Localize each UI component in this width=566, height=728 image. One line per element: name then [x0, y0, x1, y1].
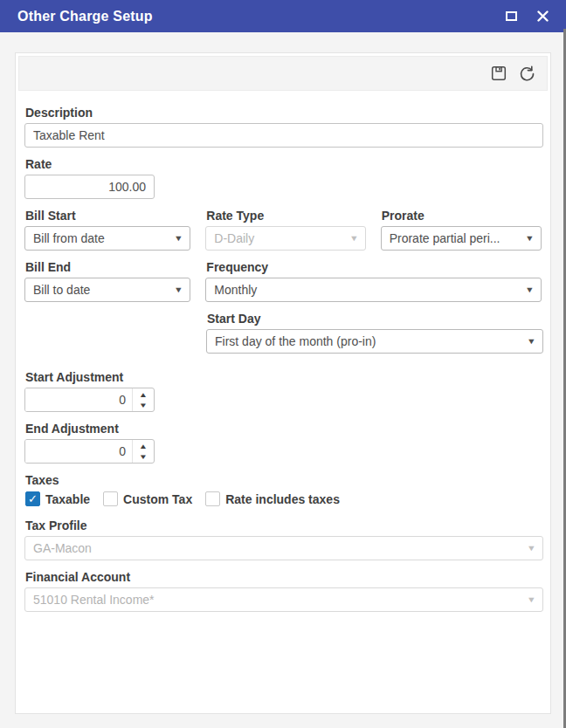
taxable-checkbox-label: Taxable — [45, 492, 90, 506]
taxable-checkbox[interactable]: Taxable — [25, 491, 90, 506]
rate-label: Rate — [25, 157, 542, 172]
financial-account-field: Financial Account 51010 Rental Income* ▼ — [24, 570, 542, 612]
frequency-label: Frequency — [206, 260, 542, 275]
toolbar — [18, 56, 548, 91]
dialog-title: Other Charge Setup — [17, 9, 503, 24]
spin-down-icon[interactable]: ▼ — [139, 402, 148, 409]
rate-type-label: Rate Type — [206, 209, 365, 223]
bill-start-dropdown[interactable]: Bill from date ▼ — [24, 226, 190, 251]
description-label: Description — [25, 106, 542, 120]
prorate-dropdown[interactable]: Prorate partial peri... ▼ — [381, 226, 542, 251]
description-field: Description — [24, 106, 542, 148]
frequency-field: Frequency Monthly ▼ — [205, 260, 542, 302]
financial-account-dropdown: 51010 Rental Income* ▼ — [24, 587, 543, 612]
taxes-label: Taxes — [25, 473, 542, 488]
spin-up-icon[interactable]: ▲ — [139, 443, 148, 450]
tax-profile-dropdown: GA-Macon ▼ — [24, 536, 543, 560]
checkbox-icon[interactable] — [205, 491, 220, 506]
start-day-value: First day of the month (pro-in) — [215, 334, 522, 348]
refresh-icon — [519, 65, 535, 82]
form-content: Description Rate Bill Start Bill from da… — [16, 93, 550, 612]
other-charge-setup-panel: Description Rate Bill Start Bill from da… — [15, 52, 551, 714]
start-day-label: Start Day — [207, 312, 543, 326]
rate-type-value: D-Daily — [214, 231, 344, 245]
spin-up-icon[interactable]: ▲ — [139, 391, 148, 399]
prorate-field: Prorate Prorate partial peri... ▼ — [381, 209, 542, 251]
end-adjustment-spin-buttons: ▲ ▼ — [132, 440, 154, 463]
dialog-titlebar: Other Charge Setup — [0, 0, 566, 32]
refresh-button[interactable] — [517, 64, 536, 83]
start-day-dropdown[interactable]: First day of the month (pro-in) ▼ — [206, 329, 543, 354]
maximize-button[interactable] — [503, 9, 519, 24]
start-adjustment-input[interactable] — [25, 388, 132, 411]
start-adjustment-spin-buttons: ▲ ▼ — [132, 388, 154, 411]
custom-tax-checkbox[interactable]: Custom Tax — [103, 491, 192, 506]
prorate-value: Prorate partial peri... — [390, 231, 521, 245]
bill-start-field: Bill Start Bill from date ▼ — [24, 209, 190, 251]
close-button[interactable] — [535, 9, 550, 24]
start-adjustment-spinner: ▲ ▼ — [24, 388, 155, 412]
rate-input[interactable] — [24, 175, 155, 199]
bill-start-label: Bill Start — [25, 209, 190, 223]
chevron-down-icon: ▼ — [527, 544, 536, 553]
tax-profile-label: Tax Profile — [25, 519, 542, 533]
start-day-field: Start Day First day of the month (pro-in… — [206, 312, 543, 354]
rate-type-field: Rate Type D-Daily ▼ — [205, 209, 365, 251]
checkbox-icon[interactable] — [25, 491, 40, 506]
frequency-value: Monthly — [214, 283, 521, 297]
bill-end-field: Bill End Bill to date ▼ — [24, 260, 190, 302]
chevron-down-icon: ▼ — [525, 234, 535, 243]
bill-start-row: Bill Start Bill from date ▼ Rate Type D-… — [24, 209, 542, 251]
frequency-dropdown[interactable]: Monthly ▼ — [205, 278, 542, 302]
maximize-icon — [506, 11, 517, 21]
bill-start-value: Bill from date — [33, 231, 169, 245]
financial-account-value: 51010 Rental Income* — [33, 593, 522, 607]
financial-account-label: Financial Account — [25, 570, 542, 585]
end-adjustment-label: End Adjustment — [25, 422, 542, 436]
chevron-down-icon: ▼ — [175, 285, 184, 294]
rate-field: Rate — [24, 157, 542, 199]
chevron-down-icon: ▼ — [527, 337, 536, 346]
bill-end-label: Bill End — [25, 260, 190, 275]
save-button[interactable] — [489, 64, 508, 83]
tax-profile-value: GA-Macon — [33, 541, 522, 555]
save-icon — [491, 65, 507, 81]
custom-tax-checkbox-label: Custom Tax — [123, 492, 192, 506]
bill-end-row: Bill End Bill to date ▼ Frequency Monthl… — [24, 260, 542, 302]
bill-end-dropdown[interactable]: Bill to date ▼ — [24, 278, 190, 302]
chevron-down-icon: ▼ — [349, 234, 359, 243]
chevron-down-icon: ▼ — [527, 595, 536, 604]
taxes-section: Taxes Taxable Custom Tax Rate includes t… — [24, 473, 542, 506]
end-adjustment-spinner: ▲ ▼ — [24, 439, 155, 464]
bill-end-value: Bill to date — [33, 283, 169, 297]
start-adjustment-label: Start Adjustment — [25, 370, 542, 385]
chevron-down-icon: ▼ — [174, 234, 183, 243]
description-input[interactable] — [24, 123, 543, 148]
spin-down-icon[interactable]: ▼ — [139, 453, 148, 461]
rate-includes-taxes-checkbox[interactable]: Rate includes taxes — [205, 491, 340, 506]
prorate-label: Prorate — [382, 209, 542, 223]
chevron-down-icon: ▼ — [525, 285, 535, 294]
rate-type-dropdown: D-Daily ▼ — [205, 226, 365, 251]
start-adjustment-field: Start Adjustment ▲ ▼ — [24, 370, 542, 412]
taxes-checkbox-row: Taxable Custom Tax Rate includes taxes — [25, 491, 542, 506]
titlebar-buttons — [503, 9, 550, 24]
end-adjustment-field: End Adjustment ▲ ▼ — [24, 422, 542, 464]
rate-includes-taxes-checkbox-label: Rate includes taxes — [225, 492, 340, 506]
checkbox-icon[interactable] — [103, 491, 118, 506]
tax-profile-field: Tax Profile GA-Macon ▼ — [24, 519, 542, 560]
end-adjustment-input[interactable] — [25, 440, 132, 463]
close-icon — [537, 10, 549, 22]
